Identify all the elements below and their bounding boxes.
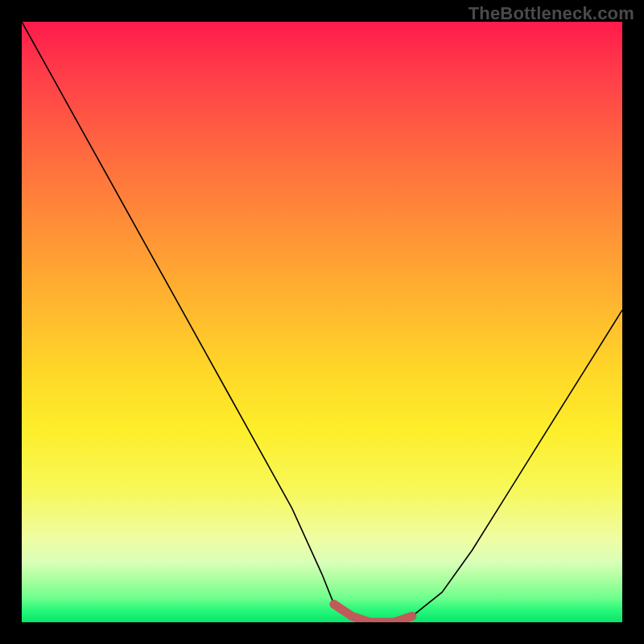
optimal-zone-marker [334, 605, 412, 622]
chart-frame: TheBottleneck.com [0, 0, 644, 644]
plot-area [22, 22, 622, 622]
bottleneck-curve [22, 22, 622, 622]
watermark-text: TheBottleneck.com [469, 3, 634, 24]
curve-svg [22, 22, 622, 622]
